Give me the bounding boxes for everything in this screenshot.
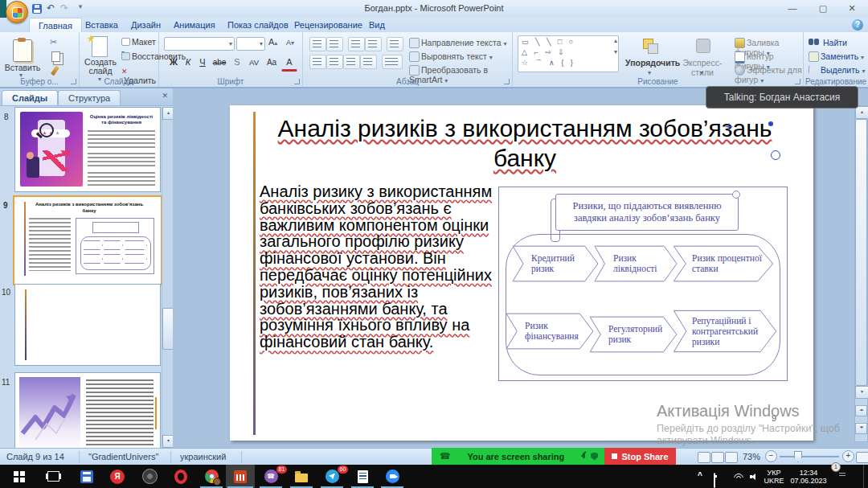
- quick-styles-button[interactable]: Экспресс-стили ▾: [677, 35, 728, 80]
- taskbar-explorer[interactable]: [287, 465, 316, 488]
- start-button[interactable]: [5, 465, 34, 488]
- font-size-combo[interactable]: ▾: [236, 37, 265, 51]
- stop-share-button[interactable]: Stop Share: [604, 448, 676, 465]
- grow-font-button[interactable]: А▴: [268, 37, 277, 47]
- shapes-scroll-up-icon[interactable]: ▴: [614, 37, 617, 44]
- thumbnail-slide-11[interactable]: [14, 372, 161, 448]
- chevron-liquidity-risk[interactable]: Ризик ліквідності: [594, 245, 678, 282]
- diagram-banner[interactable]: Ризики, що піддаються виявленню завдяки …: [555, 194, 739, 231]
- clipboard-dialog-launcher-icon[interactable]: [71, 79, 76, 84]
- arrange-button[interactable]: Упорядочить ▾: [625, 35, 675, 80]
- replace-button[interactable]: Заменить ▾: [809, 51, 864, 61]
- font-name-combo[interactable]: ▾: [164, 37, 235, 51]
- paragraph-dialog-launcher-icon[interactable]: [504, 79, 510, 84]
- thumbnail-slide-10[interactable]: [14, 284, 161, 366]
- shrink-font-button[interactable]: А▾: [286, 39, 294, 47]
- tab-vstavka[interactable]: Вставка: [76, 18, 127, 32]
- tab-animatsiya[interactable]: Анимация: [165, 18, 224, 32]
- character-spacing-button[interactable]: AV: [244, 55, 264, 70]
- slide-scrollbar-thumb[interactable]: [855, 119, 867, 386]
- cut-icon[interactable]: ✂: [50, 37, 57, 47]
- close-button[interactable]: ✕: [841, 2, 863, 14]
- taskbar-save-app[interactable]: [72, 465, 101, 488]
- clock[interactable]: 12:3407.06.2023: [788, 469, 829, 485]
- normal-view-button[interactable]: [698, 452, 710, 463]
- chevron-funding-risk[interactable]: Ризик фінансування: [506, 313, 594, 350]
- format-painter-icon[interactable]: [51, 66, 59, 76]
- panel-scrollbar-thumb[interactable]: [162, 308, 174, 350]
- font-color-button[interactable]: А: [281, 55, 297, 72]
- zoom-level[interactable]: 73%: [743, 452, 760, 461]
- strikethrough-button[interactable]: abe: [209, 55, 230, 70]
- slide-sorter-view-button[interactable]: [711, 452, 724, 463]
- panel-scroll-up-icon[interactable]: ▴: [162, 107, 174, 120]
- panel-close-icon[interactable]: ✕: [162, 92, 168, 100]
- taskbar-powerpoint-active[interactable]: [226, 465, 255, 488]
- text-direction-button[interactable]: Направление текста ▾: [409, 38, 506, 47]
- align-center-button[interactable]: [326, 55, 343, 69]
- zoom-out-button[interactable]: −: [765, 450, 777, 462]
- task-view-button[interactable]: [39, 465, 68, 488]
- status-language[interactable]: украинский: [180, 452, 226, 461]
- slide-canvas[interactable]: Аналіз ризиків з використанням зобов’яза…: [230, 105, 813, 441]
- taskbar-chrome[interactable]: [197, 465, 226, 488]
- chevron-credit-risk[interactable]: Кредитний ризик: [512, 245, 599, 282]
- shapes-scroll-down-icon[interactable]: ▾: [614, 48, 617, 55]
- bullets-button[interactable]: [309, 37, 326, 51]
- next-slide-button[interactable]: ▾▾: [855, 423, 867, 434]
- zoom-slider-marker[interactable]: [794, 451, 802, 462]
- slide-title[interactable]: Аналіз ризиків з використанням зобов’яза…: [266, 113, 784, 173]
- risk-diagram[interactable]: Ризики, що піддаються виявленню завдяки …: [498, 187, 788, 381]
- underline-button[interactable]: Ч: [194, 55, 211, 70]
- panel-tab-outline[interactable]: Структура: [58, 90, 121, 105]
- line-spacing-button[interactable]: [387, 37, 403, 51]
- zoom-in-button[interactable]: +: [842, 450, 854, 462]
- previous-slide-button[interactable]: ▴▴: [855, 405, 867, 416]
- battery-icon[interactable]: [714, 473, 715, 488]
- bold-button[interactable]: Ж: [166, 55, 182, 70]
- panel-scrollbar[interactable]: ▴ ▾: [162, 107, 173, 448]
- italic-button[interactable]: К: [180, 55, 196, 70]
- help-icon[interactable]: ?: [852, 19, 863, 31]
- taskbar-yandex[interactable]: Я: [103, 465, 132, 488]
- text-shadow-button[interactable]: S: [229, 55, 245, 70]
- language-indicator[interactable]: УКРUKRE: [762, 469, 786, 485]
- drawing-dialog-launcher-icon[interactable]: [795, 79, 800, 84]
- chevron-reputation-risk[interactable]: Репутаційний і контрагентський ризики: [673, 310, 777, 353]
- shapes-palette[interactable]: ▭ ╲ ╲ □ ○ △ ⌐ ⇨ ⇩ ☆ ⌒ ∧ { }: [518, 35, 619, 72]
- tab-retsenzirovanie[interactable]: Рецензирование: [285, 18, 371, 32]
- find-button[interactable]: Найти: [809, 38, 847, 47]
- thumbnail-slide-8[interactable]: Оцінка ризиків ліквідності та фінансуван…: [14, 107, 161, 192]
- taskbar-viber[interactable]: ☎ 81: [256, 465, 285, 488]
- align-left-button[interactable]: [309, 55, 326, 69]
- tab-glavnaya[interactable]: Главная: [29, 18, 82, 33]
- change-case-button[interactable]: Aa: [263, 55, 280, 70]
- maximize-button[interactable]: ▢: [812, 2, 834, 14]
- chevron-regulatory-risk[interactable]: Регуляторний ризик: [589, 316, 678, 353]
- select-button[interactable]: Выделить ▾: [809, 65, 865, 75]
- chevron-interest-rate-risk[interactable]: Ризик процентної ставки: [673, 245, 774, 282]
- tab-vid[interactable]: Вид: [360, 18, 394, 32]
- font-dialog-launcher-icon[interactable]: [294, 79, 300, 84]
- taskbar-media-player[interactable]: [135, 465, 164, 488]
- slide-scroll-down-icon[interactable]: ▾: [855, 386, 868, 399]
- show-desktop-button[interactable]: [863, 465, 868, 488]
- taskbar-word[interactable]: [348, 465, 377, 488]
- panel-scroll-down-icon[interactable]: ▾: [162, 435, 174, 448]
- slideshow-view-button[interactable]: [725, 452, 738, 463]
- copy-icon[interactable]: [51, 51, 60, 62]
- zoom-slider-track[interactable]: [780, 456, 839, 457]
- tray-hidden-icons-chevron[interactable]: ^: [698, 471, 702, 480]
- panel-tab-slides[interactable]: Слайды: [2, 90, 58, 105]
- minimize-button[interactable]: —: [781, 2, 804, 14]
- justify-button[interactable]: [360, 55, 377, 69]
- tab-dizain[interactable]: Дизайн: [122, 18, 170, 32]
- slide-scroll-up-icon[interactable]: ▴: [855, 106, 868, 119]
- increase-indent-button[interactable]: [365, 37, 382, 51]
- slide-scrollbar[interactable]: ▴ ▾ ▴▴ ▾▾: [854, 105, 868, 442]
- align-text-button[interactable]: Выровнять текст ▾: [409, 51, 493, 61]
- taskbar-telegram[interactable]: 60: [317, 465, 346, 488]
- slide-body-text[interactable]: Аналіз ризику з використанням банківськи…: [260, 183, 497, 351]
- taskbar-zoom[interactable]: [378, 465, 407, 488]
- columns-button[interactable]: [382, 55, 403, 69]
